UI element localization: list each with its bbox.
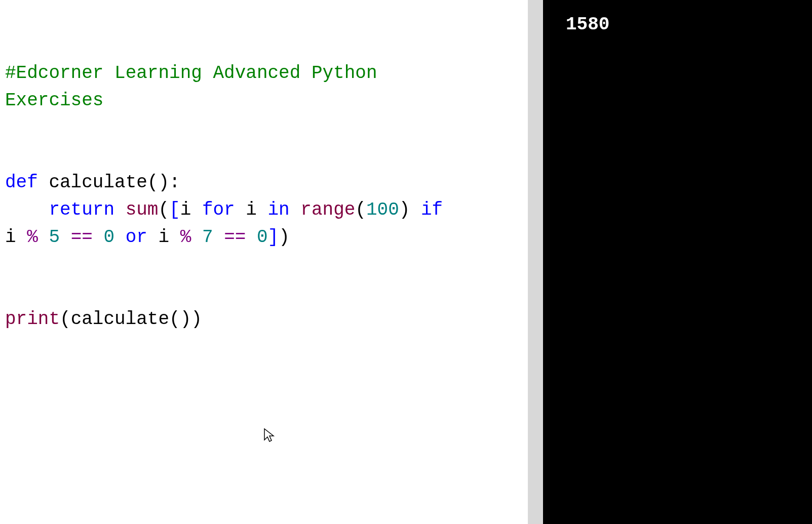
keyword-for: for [202, 199, 235, 220]
paren-close: ) [279, 227, 290, 248]
number-literal: 100 [366, 199, 399, 220]
blank-line [5, 142, 523, 169]
comment-text: #Edcorner Learning Advanced Python [5, 63, 377, 84]
function-call: calculate [71, 309, 169, 330]
number-literal: 5 [49, 227, 60, 248]
bracket-open: [ [169, 199, 180, 220]
keyword-def: def [5, 172, 38, 193]
cursor-icon [263, 428, 276, 443]
keyword-in: in [268, 199, 290, 220]
blank-line [5, 251, 523, 278]
code-line-condition: i % 5 == 0 or i % 7 == 0]) [5, 224, 523, 251]
paren-close: ) [399, 199, 421, 220]
code-line-def: def calculate(): [5, 169, 523, 196]
builtin-range: range [290, 199, 356, 220]
paren-open: ( [355, 199, 366, 220]
number-literal: 7 [202, 227, 213, 248]
comment-text: Exercises [5, 90, 103, 111]
output-text: 1580 [566, 14, 609, 35]
variable-i: i [159, 227, 180, 248]
number-literal: 0 [103, 227, 114, 248]
paren-open: ( [60, 309, 71, 330]
bracket-close: ] [268, 227, 279, 248]
code-line-1: #Edcorner Learning Advanced Python [5, 60, 523, 87]
operator-mod: % [27, 227, 49, 248]
builtin-print: print [5, 309, 60, 330]
variable-i: i [180, 199, 202, 220]
blank-line [5, 278, 523, 306]
operator-eq: == [213, 227, 257, 248]
operator-eq: == [60, 227, 103, 248]
variable-i: i [235, 199, 268, 220]
code-line-print: print(calculate()) [5, 306, 523, 333]
paren-close: ()) [169, 309, 202, 330]
pane-divider[interactable] [528, 0, 543, 524]
paren-open: ( [158, 199, 169, 220]
keyword-if: if [421, 199, 443, 220]
blank-line [5, 114, 523, 142]
function-name: calculate [38, 172, 147, 193]
operator-mod: % [180, 227, 202, 248]
variable-i: i [5, 227, 27, 248]
code-line-2: Exercises [5, 87, 523, 114]
keyword-return: return [49, 199, 114, 220]
keyword-or: or [114, 227, 158, 248]
paren-colon: (): [147, 172, 180, 193]
code-editor-pane[interactable]: #Edcorner Learning Advanced PythonExerci… [0, 0, 528, 524]
number-literal: 0 [257, 227, 268, 248]
console-output-pane[interactable]: 1580 [543, 0, 812, 524]
code-line-return: return sum([i for i in range(100) if [5, 196, 523, 224]
builtin-sum: sum [114, 199, 158, 220]
